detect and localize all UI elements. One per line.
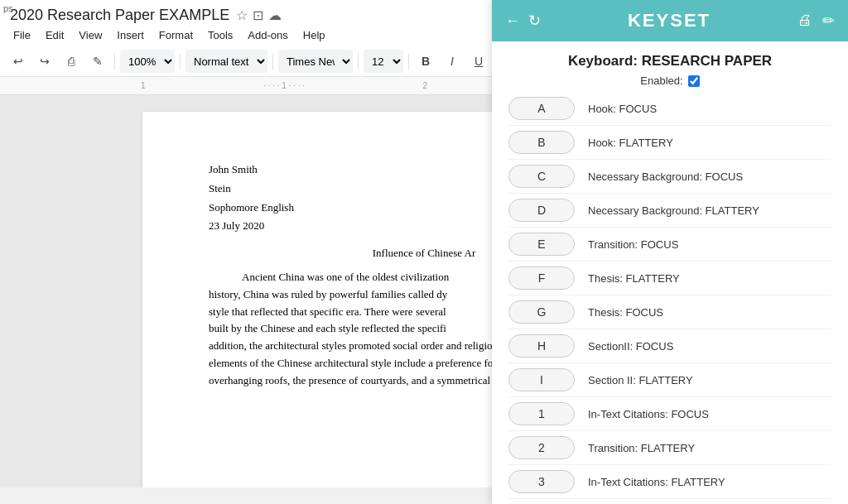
keyset-label-4: Transition: FOCUS [588,238,678,251]
keyset-key-2[interactable]: 2 [508,436,575,459]
keyset-row: 2Transition: FLATTERY [508,436,831,465]
keyset-label-0: Hook: FOCUS [588,103,657,115]
menu-addons[interactable]: Add-ons [241,26,294,45]
keyset-key-h[interactable]: H [508,334,575,358]
keyset-label-5: Thesis: FLATTERY [588,272,680,285]
star-icon[interactable]: ☆ [236,7,248,23]
toolbar-divider-1 [114,53,115,70]
menu-help[interactable]: Help [296,26,332,45]
keyset-label-7: SectionII: FOCUS [588,340,673,353]
keyset-row: ISection II: FLATTERY [508,368,831,397]
keyset-enabled-row: Enabled: [508,74,831,87]
keyset-panel: ← ↻ KEYSET 🖨 ✏ Keyboard: RESEARCH PAPER … [492,0,848,504]
keyset-key-d[interactable]: D [508,199,575,222]
paint-format-button[interactable]: ✎ [86,50,109,73]
keyset-label-10: Transition: FLATTERY [588,442,695,454]
keyset-keyboard-title: Keyboard: RESEARCH PAPER [508,53,831,70]
toolbar-divider-5 [408,53,409,70]
keyset-key-f[interactable]: F [508,266,575,290]
keyset-label-6: Thesis: FOCUS [588,306,663,319]
keyset-key-3[interactable]: 3 [508,470,575,493]
ps-label: ps [3,3,13,13]
keyset-key-g[interactable]: G [508,300,575,324]
keyset-nav: ← ↻ [505,12,541,30]
zoom-select[interactable]: 100% [120,50,175,73]
keyset-key-e[interactable]: E [508,233,575,256]
keyset-key-i[interactable]: I [508,368,575,391]
keyset-key-b[interactable]: B [508,131,575,154]
keyset-enabled-label: Enabled: [640,74,682,87]
keyset-label-3: Necessary Background: FLATTERY [588,204,759,217]
doc-title: 2020 Research Paper EXAMPLE [10,7,229,24]
title-icons: ☆ ⊡ ☁ [236,7,282,23]
font-select[interactable]: Times New... [278,50,353,73]
bold-button[interactable]: B [414,50,437,73]
menu-insert[interactable]: Insert [110,26,151,45]
keyset-row: 1In-Text Citations: FOCUS [508,402,831,431]
keyset-row: HSectionII: FOCUS [508,334,831,363]
undo-button[interactable]: ↩ [7,50,30,73]
keyset-edit-icon[interactable]: ✏ [822,12,835,30]
keyset-key-c[interactable]: C [508,165,575,188]
keyset-row: CNecessary Background: FOCUS [508,165,831,194]
underline-button[interactable]: U [467,50,490,73]
keyset-header: ← ↻ KEYSET 🖨 ✏ [492,0,848,41]
keyset-row: GThesis: FOCUS [508,300,831,329]
keyset-row: BHook: FLATTERY [508,131,831,160]
keyset-enabled-checkbox[interactable] [688,75,700,87]
folder-icon[interactable]: ⊡ [253,7,263,23]
keyset-key-1[interactable]: 1 [508,402,575,425]
toolbar-divider-4 [358,53,359,70]
keyset-label-8: Section II: FLATTERY [588,374,693,386]
keyset-print-icon[interactable]: 🖨 [797,12,812,30]
keyset-body: Keyboard: RESEARCH PAPER Enabled: AHook:… [492,41,848,504]
menu-file[interactable]: File [7,26,37,45]
keyset-label-9: In-Text Citations: FOCUS [588,408,709,420]
keyset-label-2: Necessary Background: FOCUS [588,170,743,183]
keyset-label-1: Hook: FLATTERY [588,137,673,149]
style-select[interactable]: Normal text [186,50,267,73]
cloud-icon[interactable]: ☁ [268,7,282,23]
italic-button[interactable]: I [441,50,464,73]
redo-button[interactable]: ↪ [33,50,56,73]
toolbar-divider-3 [272,53,273,70]
keyset-row: DNecessary Background: FLATTERY [508,199,831,228]
menu-tools[interactable]: Tools [201,26,239,45]
keyset-row: AHook: FOCUS [508,97,831,126]
keyset-refresh-icon[interactable]: ↻ [528,12,541,30]
keyset-row: ETransition: FOCUS [508,233,831,262]
keyset-row: 3In-Text Citations: FLATTERY [508,470,831,499]
font-size-select[interactable]: 12 [364,50,403,73]
keyset-header-actions: 🖨 ✏ [797,12,835,30]
keyset-key-a[interactable]: A [508,97,575,120]
menu-edit[interactable]: Edit [39,26,70,45]
keyset-row: FThesis: FLATTERY [508,266,831,295]
keyset-back-icon[interactable]: ← [505,12,520,30]
keyset-label-11: In-Text Citations: FLATTERY [588,476,725,488]
toolbar-divider-2 [180,53,181,70]
menu-view[interactable]: View [72,26,108,45]
keyset-title: KEYSET [628,10,711,31]
print-button[interactable]: ⎙ [60,50,83,73]
menu-format[interactable]: Format [152,26,200,45]
keyset-rows: AHook: FOCUSBHook: FLATTERYCNecessary Ba… [508,97,831,504]
